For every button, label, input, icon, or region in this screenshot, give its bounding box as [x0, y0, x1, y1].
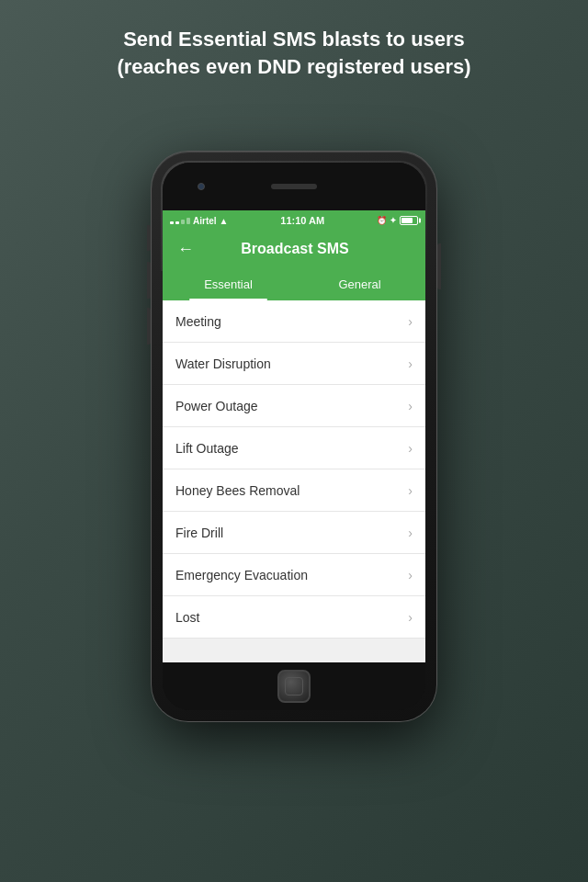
list-item[interactable]: Meeting › — [163, 300, 425, 343]
list-item-label: Fire Drill — [175, 526, 408, 540]
signal-bars — [170, 218, 190, 224]
mute-button — [147, 225, 151, 251]
signal-dot-4 — [187, 218, 190, 224]
chevron-icon: › — [408, 356, 413, 371]
list-item-label: Honey Bees Removal — [175, 483, 408, 498]
chevron-icon: › — [408, 399, 413, 413]
nav-bar: ← Broadcast SMS — [163, 231, 425, 267]
power-button — [437, 243, 441, 289]
phone-outer: Airtel ▲ 11:10 AM ⏰ ✦ ← Broadcas — [152, 152, 436, 721]
header-line2: (reaches even DND registered users) — [117, 55, 470, 78]
list-item[interactable]: Water Disruption › — [163, 343, 425, 385]
tab-bar: Essential General — [163, 267, 425, 300]
alarm-icon: ⏰ — [377, 216, 387, 225]
signal-dot-1 — [170, 221, 174, 224]
carrier-label: Airtel — [193, 216, 217, 226]
nav-title: Broadcast SMS — [198, 241, 392, 257]
list-item[interactable]: Honey Bees Removal › — [163, 469, 425, 512]
signal-dot-3 — [181, 220, 185, 224]
home-button-inner — [285, 677, 303, 695]
list-item[interactable]: Lost › — [163, 596, 425, 639]
bluetooth-icon: ✦ — [390, 216, 397, 225]
battery-fill — [401, 218, 413, 223]
tab-general-label: General — [338, 277, 380, 291]
list-item-label: Power Outage — [175, 399, 408, 413]
chevron-icon: › — [408, 610, 413, 625]
list-item-label: Lift Outage — [175, 441, 408, 456]
list-item[interactable]: Power Outage › — [163, 385, 425, 427]
list-item-label: Meeting — [175, 314, 408, 329]
status-left: Airtel ▲ — [170, 216, 228, 226]
home-button[interactable] — [277, 670, 311, 703]
tab-essential-label: Essential — [204, 277, 253, 291]
status-right: ⏰ ✦ — [377, 216, 418, 225]
header-text: Send Essential SMS blasts to users (reac… — [37, 26, 551, 80]
front-camera — [198, 183, 205, 190]
list-item-label: Water Disruption — [175, 356, 408, 371]
phone: Airtel ▲ 11:10 AM ⏰ ✦ ← Broadcas — [152, 152, 436, 721]
chevron-icon: › — [408, 441, 413, 456]
chevron-icon: › — [408, 314, 413, 329]
signal-dot-2 — [175, 221, 179, 224]
list-item[interactable]: Lift Outage › — [163, 427, 425, 469]
list-container: Meeting › Water Disruption › Power Outag… — [163, 300, 425, 662]
speaker — [271, 184, 317, 189]
battery-icon — [400, 216, 418, 225]
back-button[interactable]: ← — [174, 236, 198, 263]
header-line1: Send Essential SMS blasts to users — [123, 28, 465, 51]
wifi-icon: ▲ — [220, 216, 229, 226]
status-time: 11:10 AM — [280, 215, 324, 226]
chevron-icon: › — [408, 568, 413, 582]
phone-bottom-bezel — [163, 662, 425, 710]
tab-essential[interactable]: Essential — [163, 267, 294, 300]
volume-up-button — [147, 262, 151, 299]
volume-down-button — [147, 308, 151, 345]
tab-general[interactable]: General — [294, 267, 425, 300]
list-item-label: Emergency Evacuation — [175, 568, 408, 582]
chevron-icon: › — [408, 483, 413, 498]
list-item[interactable]: Fire Drill › — [163, 512, 425, 554]
status-bar: Airtel ▲ 11:10 AM ⏰ ✦ — [163, 210, 425, 231]
phone-inner: Airtel ▲ 11:10 AM ⏰ ✦ ← Broadcas — [163, 163, 425, 710]
phone-screen: Airtel ▲ 11:10 AM ⏰ ✦ ← Broadcas — [163, 210, 425, 662]
list-item[interactable]: Emergency Evacuation › — [163, 554, 425, 596]
list-item-label: Lost — [175, 610, 408, 625]
phone-top-bezel — [163, 163, 425, 210]
chevron-icon: › — [408, 526, 413, 540]
